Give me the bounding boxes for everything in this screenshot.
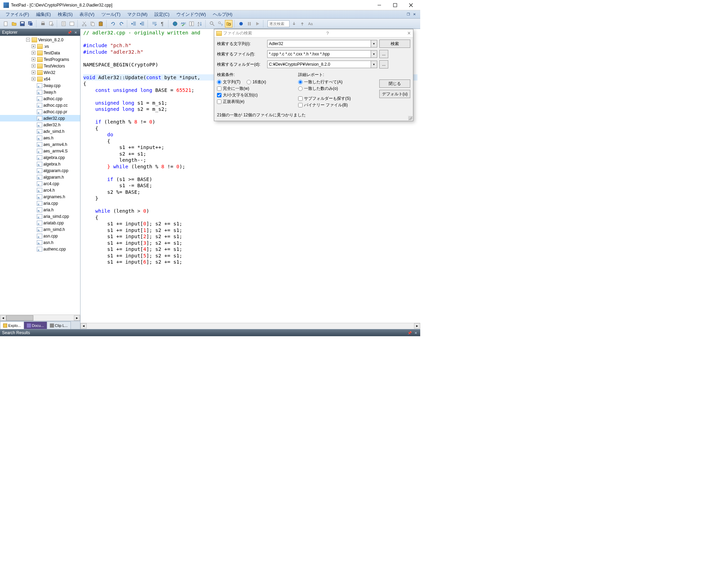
search-down-icon[interactable]: [290, 20, 298, 28]
save-icon[interactable]: [19, 20, 26, 28]
find-whole-word-checkbox[interactable]: [217, 86, 221, 91]
sort-icon[interactable]: AZ: [196, 20, 204, 28]
find-files-dropdown[interactable]: ▾: [371, 50, 377, 58]
search-panel-pin-icon[interactable]: 📌: [407, 330, 412, 335]
incremental-search-input[interactable]: [268, 20, 290, 27]
paste-icon[interactable]: [97, 20, 105, 28]
find-binary-checkbox[interactable]: [298, 103, 303, 107]
tree-file[interactable]: aes.h: [0, 135, 80, 141]
record-icon[interactable]: [237, 20, 245, 28]
tab-explorer[interactable]: Explo...: [0, 321, 24, 329]
tree-file[interactable]: algebra.h: [0, 161, 80, 167]
tree-file[interactable]: aes_armv4.h: [0, 141, 80, 148]
save-all-icon[interactable]: [27, 20, 34, 28]
web-icon[interactable]: [171, 20, 179, 28]
tree-file[interactable]: algparam.h: [0, 174, 80, 180]
print-icon[interactable]: [39, 20, 47, 28]
tree-file[interactable]: adv_simd.h: [0, 128, 80, 135]
tree-file[interactable]: aes_armv4.S: [0, 148, 80, 154]
tree-folder[interactable]: +.vs: [0, 43, 80, 50]
spellcheck-icon[interactable]: ABC: [180, 20, 187, 28]
menu-edit[interactable]: 編集(E): [33, 11, 54, 18]
tree-file[interactable]: argnames.h: [0, 193, 80, 200]
match-case-icon[interactable]: Aa: [307, 20, 314, 28]
tree-file[interactable]: arm_simd.h: [0, 226, 80, 233]
search-up-icon[interactable]: [298, 20, 306, 28]
mdi-restore-button[interactable]: ❐: [406, 12, 411, 17]
find-match-case-checkbox[interactable]: [217, 93, 221, 97]
redo-icon[interactable]: [118, 20, 125, 28]
outdent-icon[interactable]: [138, 20, 146, 28]
tree-folder[interactable]: +Win32: [0, 69, 80, 76]
search-results-list[interactable]: 検索文字列 : Adler32C:\Dev\CryptoPP\Version_8…: [0, 336, 420, 337]
tree-file[interactable]: arc4.h: [0, 187, 80, 193]
tree-file[interactable]: 3way.cpp: [0, 82, 80, 89]
compare-icon[interactable]: [188, 20, 195, 28]
properties-icon[interactable]: [60, 20, 67, 28]
menu-help[interactable]: ヘルプ(H): [209, 11, 236, 18]
menu-config[interactable]: 設定(C): [151, 11, 173, 18]
menu-macros[interactable]: マクロ(M): [124, 11, 151, 18]
find-report-count-radio[interactable]: [298, 86, 303, 91]
menu-window[interactable]: ウインドウ(W): [173, 11, 209, 18]
new-file-icon[interactable]: [2, 20, 10, 28]
tab-clip-library[interactable]: Clip L...: [47, 321, 71, 329]
find-folder-dropdown[interactable]: ▾: [371, 61, 377, 68]
file-tree[interactable]: −Version_8.2.0+.vs+TestData+TestPrograms…: [0, 36, 80, 315]
wordwrap-icon[interactable]: [151, 20, 158, 28]
find-folder-browse-button[interactable]: ...: [379, 60, 388, 68]
open-file-icon[interactable]: [10, 20, 18, 28]
find-cond-hex-radio[interactable]: [247, 80, 251, 84]
find-resize-grip[interactable]: [408, 116, 412, 120]
find-in-files-icon[interactable]: [225, 20, 232, 28]
menu-view[interactable]: 表示(V): [76, 11, 98, 18]
find-regex-checkbox[interactable]: [217, 99, 221, 104]
pause-icon[interactable]: [246, 20, 253, 28]
copy-icon[interactable]: [89, 20, 96, 28]
tree-file[interactable]: adhoc.cpp: [0, 95, 80, 102]
undo-icon[interactable]: [109, 20, 117, 28]
tree-file[interactable]: 3way.h: [0, 89, 80, 95]
find-close-icon[interactable]: ✕: [407, 31, 411, 36]
find-cond-text-radio[interactable]: [217, 80, 221, 84]
find-next-icon[interactable]: [217, 20, 224, 28]
maximize-button[interactable]: [387, 0, 403, 10]
panel-close-icon[interactable]: ✕: [73, 30, 78, 35]
tree-file[interactable]: adhoc.cpp.cc: [0, 102, 80, 108]
search-panel-close-icon[interactable]: ✕: [413, 330, 418, 335]
manage-files-icon[interactable]: [68, 20, 76, 28]
find-report-all-radio[interactable]: [298, 80, 303, 84]
indent-icon[interactable]: [130, 20, 138, 28]
minimize-button[interactable]: [371, 0, 387, 10]
tree-file[interactable]: aria.cpp: [0, 200, 80, 206]
tab-documents[interactable]: Docu...: [24, 321, 47, 329]
show-paragraphs-icon[interactable]: ¶: [159, 20, 166, 28]
tree-folder[interactable]: +x64: [0, 76, 80, 82]
menu-file[interactable]: ファイル(F): [2, 11, 33, 18]
tree-file[interactable]: adler32.cpp: [0, 115, 80, 121]
panel-pin-icon[interactable]: 📌: [67, 30, 72, 35]
find-icon[interactable]: [208, 20, 216, 28]
tree-file[interactable]: aria.h: [0, 206, 80, 213]
close-button[interactable]: [403, 0, 419, 10]
tree-file[interactable]: arc4.cpp: [0, 180, 80, 187]
find-search-button[interactable]: 検索: [379, 40, 410, 48]
print-preview-icon[interactable]: [47, 20, 55, 28]
find-folder-input[interactable]: [267, 61, 371, 68]
tree-file[interactable]: algebra.cpp: [0, 154, 80, 161]
menu-search[interactable]: 検索(S): [54, 11, 76, 18]
tree-file[interactable]: adler32.h: [0, 121, 80, 128]
tree-file[interactable]: asn.h: [0, 239, 80, 246]
menu-tools[interactable]: ツール(T): [98, 11, 124, 18]
find-subfolders-checkbox[interactable]: [298, 96, 303, 101]
find-text-input[interactable]: [267, 40, 371, 47]
tree-file[interactable]: authenc.cpp: [0, 246, 80, 252]
editor-scrollbar[interactable]: ◄►: [80, 323, 420, 329]
tree-file[interactable]: aria_simd.cpp: [0, 213, 80, 220]
find-text-dropdown[interactable]: ▾: [371, 40, 377, 47]
find-files-input[interactable]: [267, 50, 371, 58]
tree-file[interactable]: asn.cpp: [0, 233, 80, 239]
tree-scrollbar[interactable]: ◄►: [0, 315, 80, 321]
tree-folder[interactable]: +TestPrograms: [0, 56, 80, 63]
tree-folder-root[interactable]: −Version_8.2.0: [0, 36, 80, 43]
